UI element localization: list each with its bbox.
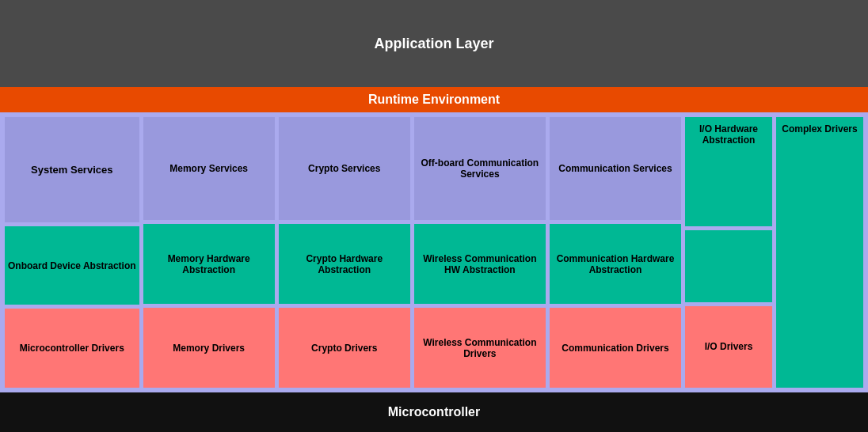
- offboard-comm-column: Off-board Communication Services Wireles…: [414, 117, 546, 388]
- wireless-drivers-cell: Wireless Communication Drivers: [414, 308, 546, 388]
- crypto-hw-abstraction-cell: Crypto Hardware Abstraction: [279, 224, 410, 304]
- io-spacer: [685, 230, 772, 302]
- application-layer: Application Layer: [0, 0, 868, 87]
- complex-drivers-cell: Complex Drivers: [776, 117, 863, 388]
- crypto-drivers-cell: Crypto Drivers: [279, 308, 410, 388]
- wireless-hw-abstraction-cell: Wireless Communication HW Abstraction: [414, 224, 546, 304]
- runtime-env-bar: Runtime Environment: [0, 87, 868, 112]
- crypto-column: Crypto Services Crypto Hardware Abstract…: [279, 117, 410, 388]
- system-services-cell: System Services: [5, 117, 139, 222]
- offboard-comm-services-cell: Off-board Communication Services: [414, 117, 546, 220]
- microcontroller-drivers-cell: Microcontroller Drivers: [5, 309, 139, 388]
- runtime-env-label: Runtime Environment: [368, 93, 500, 107]
- complex-drivers-column: Complex Drivers: [776, 117, 863, 388]
- app-layer-label: Application Layer: [374, 36, 493, 52]
- microcontroller-label: Microcontroller: [388, 405, 480, 419]
- io-column: I/O Hardware Abstraction I/O Drivers: [685, 117, 772, 388]
- crypto-services-cell: Crypto Services: [279, 117, 410, 220]
- system-services-column: System Services Onboard Device Abstracti…: [5, 117, 139, 388]
- memory-hw-abstraction-cell: Memory Hardware Abstraction: [143, 224, 275, 304]
- architecture-diagram: Application Layer Runtime Environment Sy…: [0, 0, 868, 432]
- comm-hw-abstraction-cell: Communication Hardware Abstraction: [550, 224, 681, 304]
- middle-section: System Services Onboard Device Abstracti…: [0, 112, 868, 392]
- comm-services-column: Communication Services Communication Har…: [550, 117, 681, 388]
- io-hw-abstraction-cell: I/O Hardware Abstraction: [685, 117, 772, 226]
- microcontroller-bar: Microcontroller: [0, 392, 868, 432]
- memory-services-cell: Memory Services: [143, 117, 275, 220]
- memory-column: Memory Services Memory Hardware Abstract…: [143, 117, 275, 388]
- onboard-device-abstraction-cell: Onboard Device Abstraction: [5, 226, 139, 305]
- comm-drivers-cell: Communication Drivers: [550, 308, 681, 388]
- memory-drivers-cell: Memory Drivers: [143, 308, 275, 388]
- comm-services-cell: Communication Services: [550, 117, 681, 220]
- io-drivers-cell: I/O Drivers: [685, 306, 772, 388]
